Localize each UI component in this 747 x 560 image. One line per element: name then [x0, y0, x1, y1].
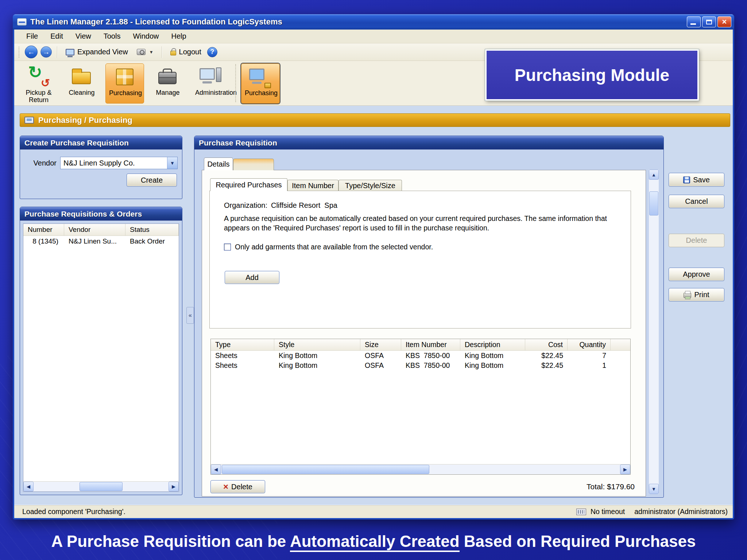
menu-tools[interactable]: Tools [97, 30, 127, 43]
tab-required-purchases[interactable]: Required Purchases [210, 178, 287, 191]
horizontal-scrollbar[interactable]: ◀ ▶ [211, 464, 630, 474]
monitor-icon [249, 69, 264, 80]
horizontal-scrollbar[interactable]: ◀ ▶ [23, 481, 179, 491]
scroll-right-icon[interactable]: ▶ [620, 464, 630, 474]
maximize-button[interactable] [702, 16, 716, 27]
module-pickup-return[interactable]: Pickup & Return [19, 63, 58, 104]
table-row[interactable]: Sheets King Bottom OSFA KBS 7850-00 King… [211, 361, 630, 370]
item-description: King Bottom [460, 361, 525, 370]
breadcrumb-icon [24, 117, 34, 124]
module-purchasing-active[interactable]: Purchasing [241, 63, 280, 104]
requisition-status: Back Order [125, 236, 179, 246]
view-options-dropdown[interactable]: ▼ [134, 47, 156, 57]
computer-icon [199, 65, 223, 88]
camera-icon [137, 49, 146, 55]
scroll-up-icon[interactable]: ▲ [649, 170, 659, 180]
delete-item-button[interactable]: × Delete [210, 480, 265, 493]
menu-help[interactable]: Help [165, 30, 193, 43]
module-administration[interactable]: Administration [191, 63, 230, 104]
scroll-right-icon[interactable]: ▶ [169, 482, 179, 491]
maximize-icon [706, 20, 712, 24]
column-header-vendor[interactable]: Vendor [64, 224, 125, 236]
module-label: Purchasing [245, 89, 276, 97]
scroll-left-icon[interactable]: ◀ [23, 482, 34, 491]
monitor-icon [66, 49, 74, 55]
module-separator [235, 64, 236, 102]
cleaning-basket-icon [70, 65, 94, 88]
inactive-tab[interactable] [233, 159, 274, 170]
create-button[interactable]: Create [127, 174, 177, 187]
scrollbar-track[interactable] [34, 482, 169, 491]
scrollbar-thumb[interactable] [222, 465, 429, 474]
scrollbar-track[interactable] [221, 464, 620, 474]
column-header-item-number[interactable]: Item Number [401, 339, 460, 350]
column-header-quantity[interactable]: Quantity [568, 339, 611, 350]
menu-edit[interactable]: Edit [44, 30, 69, 43]
expanded-view-button[interactable]: Expanded View [63, 46, 131, 58]
column-header-style[interactable]: Style [274, 339, 360, 350]
tab-details[interactable]: Details [204, 158, 233, 170]
column-header-cost[interactable]: Cost [525, 339, 568, 350]
item-number: KBS 7850-00 [401, 351, 460, 361]
tower-icon [216, 67, 221, 82]
save-button[interactable]: Save [669, 173, 724, 187]
approve-button[interactable]: Approve [669, 268, 724, 281]
logout-button[interactable]: Logout [167, 46, 204, 58]
menu-view[interactable]: View [69, 30, 97, 43]
cancel-button[interactable]: Cancel [669, 195, 724, 208]
scrollbar-thumb[interactable] [649, 191, 658, 215]
scroll-left-icon[interactable]: ◀ [211, 464, 221, 474]
chevron-down-icon: ▼ [149, 50, 154, 55]
close-button[interactable]: × [717, 16, 731, 27]
vendor-filter-label: Only add garments that are available fro… [235, 243, 433, 251]
column-header-type[interactable]: Type [211, 339, 274, 350]
menu-file[interactable]: File [20, 30, 44, 43]
scrollbar-thumb[interactable] [80, 482, 123, 491]
delete-x-icon: × [223, 483, 228, 490]
forward-button[interactable]: → [40, 46, 52, 58]
caption-prefix: A Purchase Requisition can be [51, 532, 290, 550]
tab-item-number[interactable]: Item Number [287, 180, 338, 191]
item-size: OSFA [360, 351, 401, 361]
module-label: Purchasing [109, 89, 140, 97]
folder-icon [72, 72, 91, 84]
column-header-size[interactable]: Size [360, 339, 401, 350]
help-button[interactable]: ? [207, 47, 217, 57]
vendor-dropdown-arrow-icon[interactable]: ▼ [167, 157, 177, 169]
minimize-button[interactable] [687, 16, 701, 27]
organization-value: Cliffside Resort Spa [271, 201, 337, 210]
list-header: Number Vendor Status [23, 224, 179, 236]
column-header-number[interactable]: Number [23, 224, 64, 236]
module-manage[interactable]: Manage [148, 63, 187, 104]
table-row[interactable]: Sheets King Bottom OSFA KBS 7850-00 King… [211, 351, 630, 361]
menubar: File Edit View Tools Window Help [14, 30, 733, 43]
delete-label: Delete [231, 483, 252, 491]
vertical-scrollbar[interactable]: ▲ ▼ [649, 170, 659, 494]
menu-window[interactable]: Window [127, 30, 165, 43]
module-cleaning[interactable]: Cleaning [62, 63, 101, 104]
total-amount: Total: $179.60 [587, 482, 635, 491]
vendor-row: Vendor N&J Linen Supply Co. ▼ [23, 157, 178, 169]
module-purchasing[interactable]: Purchasing [105, 63, 144, 104]
vendor-filter-checkbox[interactable] [224, 244, 231, 250]
delete-button[interactable]: Delete [669, 234, 724, 247]
titlebar[interactable]: The Linen Manager 2.1.88 - Licensed to F… [13, 14, 734, 30]
timeout-text: No timeout [591, 508, 625, 516]
back-button[interactable]: ← [25, 46, 38, 58]
tab-type-style-size[interactable]: Type/Style/Size [338, 180, 402, 191]
column-header-description[interactable]: Description [460, 339, 525, 350]
column-header-filler [611, 339, 630, 350]
print-button[interactable]: Print [669, 288, 724, 302]
item-size: OSFA [360, 361, 401, 370]
scrollbar-track[interactable] [649, 180, 659, 484]
vendor-select[interactable]: N&J Linen Supply Co. ▼ [60, 157, 178, 169]
add-button[interactable]: Add [225, 271, 279, 284]
scroll-down-icon[interactable]: ▼ [649, 484, 659, 494]
statusbar: Loaded component 'Purchasing'. No timeou… [14, 505, 733, 518]
toolbar-grip [19, 47, 20, 58]
pickup-return-icon [27, 65, 51, 88]
panel-collapse-handle[interactable] [186, 307, 194, 324]
column-header-status[interactable]: Status [125, 224, 179, 236]
case-icon [158, 72, 177, 84]
list-item[interactable]: 8 (1345) N&J Linen Su... Back Order [23, 236, 179, 246]
